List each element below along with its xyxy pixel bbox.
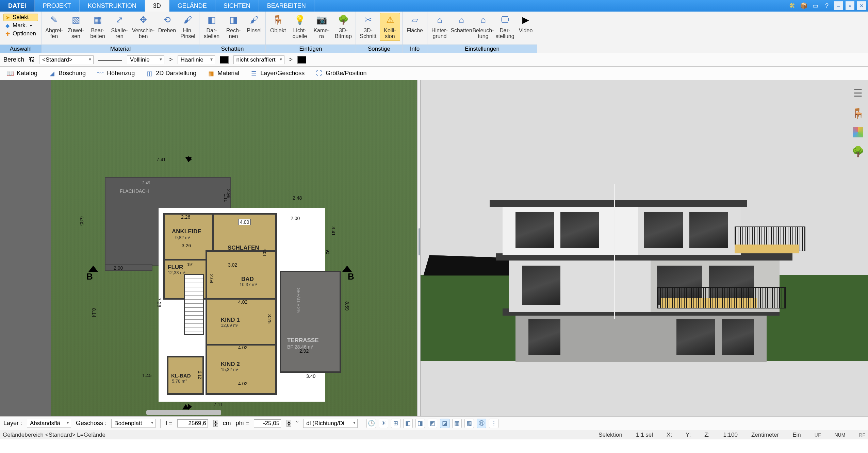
drehen-button[interactable]: ⟲Drehen (157, 13, 177, 41)
hintergrund-button[interactable]: ⌂Hinter- grund (429, 13, 450, 41)
objekt-button[interactable]: 🪑Objekt (268, 13, 288, 41)
phi-stepper[interactable]: ▲▼ (286, 420, 291, 427)
pinsel-button[interactable]: 🖌Pinsel (245, 13, 263, 41)
optionen-button[interactable]: ✚Optionen (3, 30, 38, 37)
gt2: > (289, 56, 293, 63)
menu-tab-gelaende[interactable]: GELÄNDE (169, 0, 215, 12)
verschieben-label: Verschie- ben (132, 28, 155, 40)
fill-color-swatch[interactable] (297, 56, 306, 64)
l-stepper[interactable]: ▲▼ (213, 420, 218, 427)
flaeche-button[interactable]: ▱Fläche (405, 13, 425, 41)
status-scale: 1:100 (723, 432, 738, 438)
edit-icon: ▦ (91, 14, 104, 27)
dl-select[interactable]: dl (Richtung/Di (303, 419, 358, 428)
room-label-flachdach: FLACHDACH (120, 188, 149, 194)
kamera-button[interactable]: 📷Kame- ra (311, 13, 332, 41)
phi-input[interactable] (254, 419, 281, 427)
snap4-icon[interactable]: ◩ (428, 419, 437, 428)
restore-icon[interactable]: ▫ (846, 1, 854, 10)
groesse-button[interactable]: ⛶Größe/Position (312, 68, 370, 79)
pane-splitter[interactable] (417, 80, 421, 416)
skalieren-button[interactable]: ⤢Skalie- ren (109, 13, 130, 41)
darstellen-button[interactable]: ◧Dar- stellen (201, 13, 222, 41)
close-icon[interactable]: × (857, 1, 866, 10)
cm-label: cm (223, 420, 231, 427)
abgreifen-button[interactable]: ✎Abgrei- fen (44, 13, 64, 41)
snap6-icon[interactable]: ▦ (452, 419, 462, 428)
hatch-select[interactable]: nicht schraffiert (233, 55, 284, 64)
horizontal-scrollbar[interactable] (146, 410, 221, 415)
bottom-controls: Layer : Abstandsflä Geschoss : Bodenplat… (0, 416, 868, 430)
snap2-icon[interactable]: ◧ (403, 419, 413, 428)
dim-400s: 4.00 (238, 219, 251, 225)
bearbeiten-button[interactable]: ▦Bear- beiten (87, 13, 108, 41)
section-mark-left: B (86, 271, 93, 282)
grid-icon[interactable]: ▩ (464, 419, 474, 428)
kollision-button[interactable]: ⚠Kolli- sion (380, 13, 400, 41)
bereich-select[interactable]: <Standard> (39, 55, 94, 64)
rechnen-button[interactable]: ◨Rech- nen (223, 13, 244, 41)
2ddarstellung-button[interactable]: ◫2D Darstellung (142, 68, 200, 79)
menu-tab-projekt[interactable]: PROJEKT (35, 0, 80, 12)
3dschnitt-button[interactable]: ✂3D- Schnitt (358, 13, 378, 41)
linestyle-select[interactable]: Volllinie (127, 55, 164, 64)
package-icon[interactable]: 📦 (799, 1, 808, 10)
group-label-auswahl: Auswahl (0, 45, 42, 53)
gefaelle-label: GEFÄLLE 2% (296, 288, 301, 313)
menu-tab-bearbeiten[interactable]: BEARBEITEN (259, 0, 314, 12)
vegetation-icon[interactable]: 🌳 (851, 145, 864, 158)
layers-icon[interactable]: ☰ (851, 86, 864, 99)
menu-tab-datei[interactable]: DATEI (0, 0, 35, 12)
clock-icon[interactable]: 🕒 (366, 419, 376, 428)
layer-button[interactable]: ☰Layer/Geschoss (246, 68, 308, 79)
darstellung-button[interactable]: 🖵Dar- stellung (495, 13, 515, 41)
selekt-button[interactable]: ➤Selekt (3, 14, 38, 21)
sun-icon[interactable]: ☀ (379, 419, 388, 428)
dim-right-v2: 8.59 (344, 301, 350, 311)
main-menu-bar: DATEI PROJEKT KONSTRUKTION 3D GELÄNDE SI… (0, 0, 868, 12)
video-button[interactable]: ▶Video (517, 13, 535, 41)
geschoss-select[interactable]: Bodenplatt (111, 419, 155, 428)
2d-plan-pane[interactable]: FLACHDACH TERRASSE BF 28,46 m² GEFÄLLE 2… (0, 80, 417, 416)
bereich-icon: 🏗 (29, 57, 34, 63)
l-input[interactable] (177, 419, 208, 427)
katalog-label: Katalog (17, 70, 37, 77)
snap1-icon[interactable]: ⊞ (391, 419, 400, 428)
north-icon[interactable]: Ⓝ (477, 419, 486, 428)
3d-view-pane[interactable] (421, 80, 868, 416)
scale-icon: ⤢ (113, 14, 126, 27)
furniture-icon[interactable]: 🪑 (851, 107, 864, 120)
haarlinie-select[interactable]: Haarlinie (178, 55, 215, 64)
line-color-swatch[interactable] (220, 56, 229, 64)
zuweisen-button[interactable]: ▧Zuwei- sen (66, 13, 86, 41)
beleuchtung-button[interactable]: ⌂Beleuch- tung (473, 13, 493, 41)
tools-icon[interactable]: 🛠 (788, 1, 797, 10)
window-icon[interactable]: ▭ (811, 1, 820, 10)
mark-button[interactable]: ◆Mark.▾ (3, 22, 38, 29)
deg-label: ° (296, 420, 298, 427)
katalog-button[interactable]: 📖Katalog (3, 68, 41, 79)
minimize-icon[interactable]: – (834, 1, 843, 10)
lichtquelle-button[interactable]: 💡Licht- quelle (290, 13, 310, 41)
snap5-icon[interactable]: ◪ (440, 419, 449, 428)
material-button[interactable]: ▦Material (203, 68, 243, 79)
snap3-icon[interactable]: ◨ (415, 419, 425, 428)
materials-icon[interactable] (853, 127, 863, 137)
hinpinsel-label: Hin. Pinsel (180, 28, 195, 40)
menu-tab-konstruktion[interactable]: KONSTRUKTION (80, 0, 145, 12)
verschieben-button[interactable]: ✥Verschie- ben (131, 13, 155, 41)
info-icon[interactable]: ⋮ (489, 419, 498, 428)
hinpinsel-button[interactable]: 🖌Hin. Pinsel (179, 13, 197, 41)
slope-icon: ◢ (48, 70, 56, 77)
hoehenzug-button[interactable]: 〰Höhenzug (93, 68, 138, 79)
menu-tab-sichten[interactable]: SICHTEN (215, 0, 259, 12)
help-icon[interactable]: ? (822, 1, 831, 10)
ankleide-label: ANKLEIDE (172, 228, 201, 235)
boeschung-button[interactable]: ◢Böschung (45, 68, 89, 79)
schatten-button[interactable]: ⌂Schatten (451, 13, 472, 41)
kind2-area: 15,32 m² (221, 367, 238, 372)
3dbitmap-button[interactable]: 🌳3D- Bitmap (333, 13, 354, 41)
brush-icon: 🖌 (181, 14, 194, 27)
layer-select[interactable]: Abstandsflä (27, 419, 71, 428)
menu-tab-3d[interactable]: 3D (145, 0, 169, 12)
